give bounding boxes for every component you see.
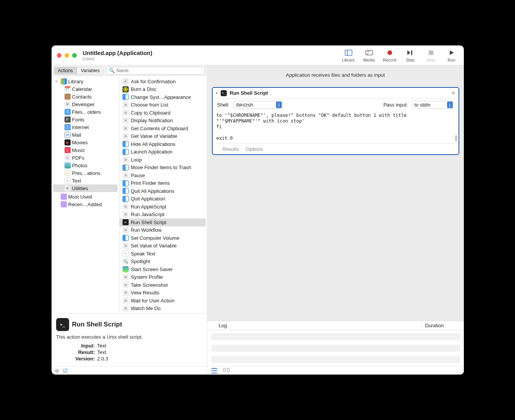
- close-icon[interactable]: ✕: [451, 90, 455, 96]
- stop-icon: [427, 48, 435, 57]
- category-icon: [65, 86, 71, 92]
- action-wait-for-user-action[interactable]: Wait for User Action: [119, 297, 206, 305]
- action-copy-to-clipboard[interactable]: Copy to Clipboard: [119, 109, 206, 117]
- action-speak-text[interactable]: Speak Text: [119, 250, 206, 258]
- action-label: Ask for Confirmation: [131, 79, 176, 84]
- action-change-syst-appearance[interactable]: Change Syst…Appearance: [119, 93, 206, 101]
- shell-select[interactable]: /bin/zsh: [233, 101, 283, 109]
- tree-item-files-olders[interactable]: Files…olders: [52, 108, 119, 116]
- script-editor[interactable]: to '"$CHROMENAME"', please!" buttons "OK…: [213, 111, 458, 144]
- log-col-header[interactable]: Log: [207, 323, 422, 328]
- action-quit-all-applications[interactable]: Quit All Applications: [119, 187, 206, 195]
- action-icon: [123, 290, 129, 296]
- toolbar-run-label: Run: [447, 58, 455, 62]
- action-run-shell-script[interactable]: Run Shell Script: [119, 218, 206, 226]
- tree-item-movies[interactable]: Movies: [52, 139, 119, 146]
- action-take-screenshot[interactable]: Take Screenshot: [119, 281, 206, 289]
- action-label: View Results: [131, 290, 160, 296]
- action-label: Get Contents of Clipboard: [131, 126, 188, 131]
- shell-value: /bin/zsh: [236, 102, 253, 108]
- action-burn-a-disc[interactable]: Burn a Disc: [119, 86, 206, 94]
- actions-list[interactable]: Ask for ConfirmationBurn a DiscChange Sy…: [119, 76, 207, 313]
- tree-smart-most-used[interactable]: Most Used: [52, 193, 119, 200]
- run-icon: [447, 48, 456, 57]
- tree-smart-recen-added[interactable]: Recen…Added: [52, 200, 119, 208]
- chevron-down-icon[interactable]: ▾: [55, 79, 59, 83]
- action-loop[interactable]: Loop: [119, 156, 206, 164]
- tree-item-label: Calendar: [72, 86, 92, 92]
- action-system-profile[interactable]: System Profile: [119, 273, 206, 281]
- action-launch-application[interactable]: Launch Application: [119, 148, 206, 156]
- zoom-window-button[interactable]: [72, 53, 77, 58]
- tree-item-pdfs[interactable]: PDFs: [52, 154, 119, 162]
- action-get-contents-of-clipboard[interactable]: Get Contents of Clipboard: [119, 124, 206, 132]
- action-pause[interactable]: Pause: [119, 171, 206, 179]
- action-run-workflow[interactable]: Run Workflow: [119, 226, 206, 234]
- duration-col-header[interactable]: Duration: [422, 323, 464, 328]
- options-tab[interactable]: Options: [246, 146, 263, 152]
- results-tab[interactable]: Results: [223, 146, 239, 152]
- action-start-screen-saver[interactable]: Start Screen Saver: [119, 265, 206, 273]
- card-header[interactable]: ▾ >_ Run Shell Script ✕: [213, 88, 458, 99]
- scrollbar-thumb[interactable]: [455, 135, 457, 141]
- tree-item-calendar[interactable]: Calendar: [52, 85, 119, 93]
- minimize-window-button[interactable]: [65, 53, 69, 58]
- action-label: Wait for User Action: [131, 298, 174, 304]
- chevron-down-icon[interactable]: ▾: [216, 91, 218, 95]
- workflow-canvas[interactable]: ▾ >_ Run Shell Script ✕ Shell: /bin/zsh …: [207, 85, 464, 321]
- action-quit-application[interactable]: Quit Application: [119, 195, 206, 203]
- close-window-button[interactable]: [57, 53, 61, 58]
- column-view-icon[interactable]: [223, 368, 229, 373]
- search-field-wrap[interactable]: 🔍: [106, 67, 205, 74]
- tree-item-music[interactable]: Music: [52, 146, 119, 154]
- action-watch-me-do[interactable]: Watch Me Do: [119, 305, 206, 313]
- action-run-applescript[interactable]: Run AppleScript: [119, 203, 206, 211]
- tree-item-photos[interactable]: Photos: [52, 162, 119, 169]
- toolbar-run[interactable]: Run: [445, 48, 458, 62]
- action-set-value-of-variable[interactable]: Set Value of Variable: [119, 242, 206, 250]
- action-label: Launch Application: [131, 149, 173, 155]
- action-hide-all-applications[interactable]: Hide All Applications: [119, 140, 206, 148]
- action-label: Move Finder Items to Trash: [131, 165, 191, 170]
- cc-icon[interactable]: ⊝: [55, 368, 60, 373]
- action-view-results[interactable]: View Results: [119, 289, 206, 297]
- action-get-value-of-variable[interactable]: Get Value of Variable: [119, 132, 206, 141]
- info-input-key: Input:: [56, 343, 97, 349]
- action-move-finder-items-to-trash[interactable]: Move Finder Items to Trash: [119, 164, 206, 172]
- toolbar-library[interactable]: Library: [342, 48, 355, 62]
- action-label: Speak Text: [131, 251, 155, 257]
- action-display-notification[interactable]: Display Notification: [119, 117, 206, 125]
- check-icon[interactable]: ☑︎: [63, 368, 68, 374]
- tree-item-utilities[interactable]: Utilities: [53, 184, 118, 192]
- tree-item-internet[interactable]: Internet: [52, 123, 119, 131]
- action-print-finder-items[interactable]: Print Finder Items: [119, 179, 206, 187]
- search-input[interactable]: [116, 68, 202, 73]
- library-tree[interactable]: ▾ Library CalendarContactsDeveloperFiles…: [52, 76, 119, 313]
- tree-item-text[interactable]: Text: [52, 177, 119, 184]
- tree-root[interactable]: ▾ Library: [52, 78, 119, 85]
- pass-input-select[interactable]: to stdin: [412, 101, 454, 109]
- run-shell-script-card[interactable]: ▾ >_ Run Shell Script ✕ Shell: /bin/zsh …: [212, 87, 459, 155]
- action-icon: [123, 172, 129, 178]
- action-icon: [123, 188, 129, 194]
- sidebar-icon: [344, 48, 353, 57]
- tab-variables[interactable]: Variables: [77, 67, 103, 74]
- tree-item-contacts[interactable]: Contacts: [52, 93, 119, 100]
- tab-actions[interactable]: Actions: [54, 67, 77, 74]
- action-set-computer-volume[interactable]: Set Computer Volume: [119, 234, 206, 242]
- tree-item-fonts[interactable]: Fonts: [52, 116, 119, 123]
- action-run-javascript[interactable]: Run JavaScript: [119, 211, 206, 219]
- action-spotlight[interactable]: Spotlight: [119, 258, 206, 266]
- info-description: This action executes a Unix shell script…: [56, 334, 202, 340]
- toolbar-media[interactable]: Media: [362, 48, 376, 62]
- toolbar-record[interactable]: Record: [383, 48, 397, 62]
- svg-point-3: [367, 53, 368, 54]
- list-view-icon[interactable]: [211, 368, 217, 373]
- action-choose-from-list[interactable]: Choose from List: [119, 101, 206, 109]
- tree-item-mail[interactable]: Mail: [52, 131, 119, 139]
- action-label: Display Notification: [131, 118, 173, 123]
- tree-item-developer[interactable]: Developer: [52, 100, 119, 108]
- tree-item-pres-ations[interactable]: Pres…ations: [52, 169, 119, 177]
- toolbar-step[interactable]: Step: [404, 48, 417, 62]
- action-ask-for-confirmation[interactable]: Ask for Confirmation: [119, 78, 206, 86]
